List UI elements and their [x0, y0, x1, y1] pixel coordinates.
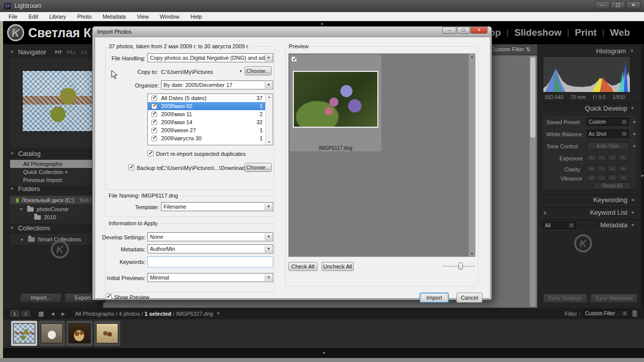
window-maximize-button[interactable]: ▢	[610, 1, 625, 10]
navigator-1to1[interactable]: 1:1	[81, 50, 88, 55]
menu-edit[interactable]: Edit	[24, 13, 43, 20]
keywording-expand-icon[interactable]: ◄	[630, 198, 634, 202]
quick-develop-header[interactable]: Quick Develop ▼	[538, 103, 641, 114]
metadata-header[interactable]: All ⇅ Metadata ◄	[538, 219, 641, 231]
keyword-list-header[interactable]: + Keyword List ◄	[538, 207, 641, 218]
scroll-up-icon[interactable]: ▲	[266, 95, 273, 99]
grid-view-icon[interactable]: ▦	[38, 310, 44, 317]
metadata-filter-dropdown[interactable]: All ⇅	[543, 222, 576, 229]
module-web[interactable]: Web	[610, 27, 630, 38]
menu-photo[interactable]: Photo	[72, 13, 96, 20]
initial-previews-dropdown[interactable]: Minimal ▼	[147, 273, 273, 282]
catalog-disclosure-icon[interactable]: ▼	[10, 151, 14, 156]
thumbnail-parrots-photo[interactable]	[13, 323, 35, 343]
catalog-item-all-photographs[interactable]: All Photographs	[10, 160, 103, 168]
vibrance-big-plus-button[interactable]: ››	[618, 174, 628, 181]
date-checkbox[interactable]	[151, 112, 157, 117]
stepper-icon[interactable]: ⇅	[569, 223, 574, 228]
uncheck-all-button[interactable]: Uncheck All	[321, 262, 354, 271]
collections-disclosure-icon[interactable]: ▼	[10, 226, 14, 230]
navigator-disclosure-icon[interactable]: ▼	[10, 50, 14, 54]
scroll-down-icon[interactable]: ▼	[469, 252, 475, 255]
folder-item-2010[interactable]: 2010	[10, 213, 103, 221]
combo-arrow-icon[interactable]: ▼	[265, 274, 272, 281]
navigator-fill[interactable]: FILL	[67, 50, 76, 55]
menu-window[interactable]: Window	[155, 13, 184, 20]
stepper-icon[interactable]: ⇅	[622, 311, 627, 316]
module-print[interactable]: Print	[575, 27, 597, 38]
date-checkbox[interactable]	[151, 104, 157, 109]
thumbnail-size-slider-handle[interactable]	[458, 262, 463, 269]
dialog-titlebar[interactable]: Import Photos — ▢ ✕	[93, 27, 492, 37]
combo-arrow-icon[interactable]: ▼	[265, 81, 272, 88]
add-keyword-icon[interactable]: +	[543, 209, 547, 217]
date-row[interactable]: 2009\мая 11 2	[148, 110, 273, 118]
menu-metadata[interactable]: Metadata	[98, 13, 130, 20]
folders-disclosure-icon[interactable]: ▼	[10, 187, 14, 191]
catalog-item-previous-import[interactable]: Previous Import	[10, 176, 103, 184]
menu-library[interactable]: Library	[45, 13, 71, 20]
scroll-down-icon[interactable]: ▼	[266, 140, 273, 144]
grid-scrollbar-thumb[interactable]	[530, 57, 535, 138]
exposure-big-minus-button[interactable]: ‹‹	[587, 154, 596, 161]
white-balance-dropdown[interactable]: As Shot ⇅	[587, 130, 629, 138]
auto-tone-button[interactable]: Auto Tone	[587, 142, 629, 150]
white-balance-expand-icon[interactable]: ◄	[632, 132, 636, 136]
stepper-icon[interactable]: ⇅	[621, 132, 627, 136]
template-dropdown[interactable]: Filename ▼	[161, 202, 273, 211]
vibrance-plus-button[interactable]: ›	[608, 174, 617, 181]
catalog-header[interactable]: ▼ Catalog	[10, 150, 41, 157]
backup-choose-button[interactable]: Choose...	[245, 163, 272, 172]
folders-header[interactable]: ▼ Folders	[10, 185, 40, 193]
main-window-button[interactable]: 1	[10, 310, 19, 317]
top-panel-toggle-icon[interactable]: ▲	[320, 21, 324, 26]
bottom-panel-toggle-icon[interactable]: ▼	[322, 351, 326, 355]
scroll-up-icon[interactable]: ▲	[469, 55, 475, 58]
clarity-big-plus-button[interactable]: ››	[618, 165, 628, 172]
keyword-list-expand-icon[interactable]: ◄	[630, 210, 634, 215]
menu-file[interactable]: File	[4, 13, 22, 20]
breadcrumb[interactable]: All Photographs / 4 photos / 1 selected …	[75, 311, 213, 317]
file-handling-dropdown[interactable]: Copy photos as Digital Negative (DNG) an…	[147, 53, 273, 62]
combo-arrow-icon[interactable]: ▼	[265, 54, 272, 61]
sync-settings-button[interactable]: Sync Settings	[543, 294, 587, 303]
folder-item-photocourse[interactable]: ▼ photoCourse	[10, 204, 103, 213]
folder-disclosure-icon[interactable]: ▼	[19, 207, 23, 212]
date-checkbox[interactable]	[151, 128, 157, 133]
filter-lock-icon[interactable]	[632, 310, 637, 317]
tone-control-expand-icon[interactable]: ◄	[632, 144, 636, 148]
vibrance-big-minus-button[interactable]: ‹‹	[587, 174, 596, 181]
cancel-button[interactable]: Cancel	[456, 293, 482, 303]
date-row-all[interactable]: All Dates (5 dates) 37	[148, 94, 273, 102]
date-row-selected[interactable]: 2009\мая 02 1	[148, 102, 273, 110]
preview-scrollbar[interactable]: ▲ ▼	[468, 54, 475, 256]
clarity-big-minus-button[interactable]: ‹‹	[587, 165, 596, 172]
combo-arrow-icon[interactable]: ▼	[265, 245, 272, 252]
saved-preset-dropdown[interactable]: Custom ⇅	[587, 118, 629, 126]
copy-to-dropdown-icon[interactable]: ▼	[239, 69, 243, 73]
date-checkbox[interactable]	[151, 136, 157, 141]
vibrance-minus-button[interactable]: ‹	[597, 174, 607, 181]
sync-metadata-button[interactable]: Sync Metadata	[590, 294, 637, 303]
filmstrip-thumb-3[interactable]	[66, 321, 93, 346]
histogram-chart[interactable]	[543, 56, 630, 93]
folder-volume-row[interactable]: Локальный диск (C:) 56,6 / 89,1	[10, 196, 103, 204]
grid-filter-dropdown[interactable]: Custom Filter ⇅	[491, 46, 530, 53]
preview-thumbnail-cell[interactable]: IMGP6117.dng	[290, 55, 381, 151]
go-forward-icon[interactable]: ►	[60, 311, 66, 317]
histogram-disclosure-icon[interactable]: ▼	[630, 49, 634, 53]
module-slideshow[interactable]: Slideshow	[514, 27, 561, 38]
collections-header[interactable]: ▼ Collections	[10, 224, 50, 232]
navigator-fit[interactable]: FIT	[55, 50, 62, 55]
dialog-maximize-button[interactable]: ▢	[457, 27, 470, 34]
keywording-header[interactable]: Keywording ◄	[538, 194, 641, 206]
exposure-big-plus-button[interactable]: ››	[618, 154, 628, 161]
organize-dropdown[interactable]: By date: 2005/December 17 ▼	[161, 80, 273, 89]
show-preview-checkbox[interactable]	[106, 294, 112, 300]
reset-all-button[interactable]: Reset All	[593, 182, 631, 190]
filmstrip-thumb-4[interactable]	[94, 321, 120, 346]
breadcrumb-dropdown-icon[interactable]: ▼	[216, 311, 220, 316]
date-list-scrollbar[interactable]: ▲ ▼	[265, 94, 273, 145]
menu-view[interactable]: View	[132, 13, 153, 20]
filmstrip-filter-dropdown[interactable]: Custom Filter ⇅	[583, 310, 629, 317]
